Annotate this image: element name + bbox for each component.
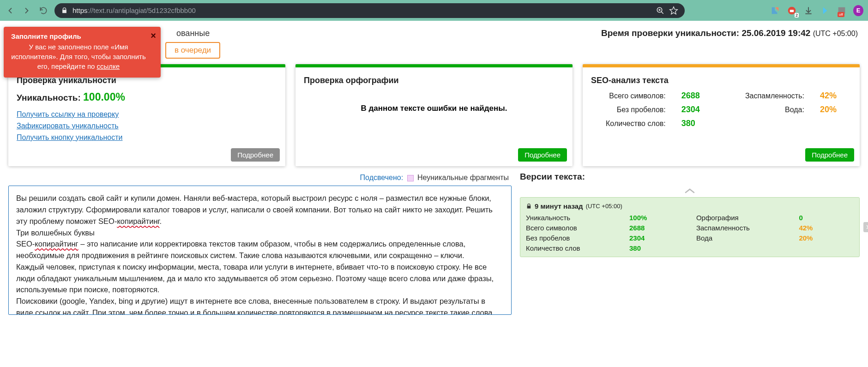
- version-item[interactable]: 9 минут назад (UTC +05:00) Уникальность1…: [520, 197, 860, 257]
- chevron-up-icon[interactable]: [520, 186, 860, 197]
- ver-value: 20%: [799, 234, 854, 242]
- legend: Подсвечено: Неуникальные фрагменты: [8, 172, 512, 186]
- versions-panel: Версии текста: 9 минут назад (UTC +05:00…: [520, 172, 860, 315]
- back-button[interactable]: [5, 5, 16, 16]
- stat-value: 380: [681, 119, 715, 128]
- ext-icon-2[interactable]: 2: [787, 6, 797, 16]
- reload-button[interactable]: [38, 5, 49, 16]
- link-get-check[interactable]: Получить ссылку на проверку: [17, 109, 277, 120]
- extensions-toolbar: 2 off E: [770, 6, 863, 16]
- url-text: https://text.ru/antiplagiat/5d1232cfbbb0…: [72, 6, 651, 14]
- no-errors-msg: В данном тексте ошибки не найдены.: [304, 104, 564, 113]
- stat-label: Вода:: [730, 106, 804, 114]
- browser-bar: https://text.ru/antiplagiat/5d1232cfbbb0…: [0, 0, 868, 21]
- legend-chip: [407, 175, 414, 181]
- svg-rect-5: [790, 10, 794, 12]
- ver-value: [799, 244, 854, 252]
- ver-label: Без пробелов: [526, 234, 621, 242]
- card-spelling: Проверка орфографии В данном тексте ошиб…: [295, 64, 573, 166]
- uniqueness-links: Получить ссылку на проверку Зафиксироват…: [17, 109, 277, 143]
- ver-label: Количество слов: [526, 244, 621, 252]
- queue-button[interactable]: в очереди: [165, 42, 220, 59]
- stat-value: 2304: [681, 105, 715, 114]
- notification-title: Заполните профиль: [11, 32, 146, 40]
- text-content[interactable]: Вы решили создать свой сайт и купили дом…: [8, 186, 512, 315]
- stat-value: 42%: [820, 91, 851, 101]
- more-button[interactable]: Подробнее: [518, 148, 567, 162]
- seo-stats: Всего символов:2688Заспамленность:42%Без…: [591, 91, 851, 128]
- close-icon[interactable]: ×: [151, 30, 156, 41]
- ext-icon-4[interactable]: off: [837, 6, 847, 16]
- lock-icon: [526, 203, 532, 209]
- more-button[interactable]: Подробнее: [805, 148, 854, 162]
- url-bar[interactable]: https://text.ru/antiplagiat/5d1232cfbbb0…: [54, 3, 685, 18]
- card-seo: SEO-анализ текста Всего символов:2688Зас…: [583, 64, 860, 166]
- ver-value: 2304: [629, 234, 688, 242]
- stat-value: 20%: [820, 105, 851, 114]
- ver-value: 380: [629, 244, 688, 252]
- ver-label: Вода: [696, 234, 790, 242]
- ver-value: 100%: [629, 214, 688, 222]
- lock-icon: [61, 7, 68, 14]
- lower-section: Подсвечено: Неуникальные фрагменты Вы ре…: [0, 166, 868, 315]
- card-uniqueness: Проверка уникальности Уникальность: 100.…: [8, 64, 285, 166]
- ver-value: 2688: [629, 224, 688, 232]
- uniqueness-value: Уникальность: 100.00%: [17, 91, 277, 103]
- notification-body: У вас не заполнено поле «Имя исполнителя…: [11, 42, 146, 71]
- ver-value: 0: [799, 214, 854, 222]
- link-get-button[interactable]: Получить кнопку уникальности: [17, 132, 277, 144]
- zoom-icon[interactable]: [656, 6, 664, 15]
- badge-count: 2: [795, 13, 799, 18]
- check-time: Время проверки уникальности: 25.06.2019 …: [601, 28, 858, 38]
- card-title: Проверка орфографии: [304, 76, 564, 85]
- off-badge: off: [838, 12, 844, 17]
- stat-label: Заспамленность:: [730, 92, 804, 100]
- card-title: SEO-анализ текста: [591, 76, 851, 85]
- ver-label: Уникальность: [526, 214, 621, 222]
- versions-title: Версии текста:: [520, 172, 860, 182]
- ver-value: 42%: [799, 224, 854, 232]
- ver-label: [696, 244, 790, 252]
- svg-line-1: [661, 12, 663, 14]
- download-icon[interactable]: [803, 6, 814, 16]
- ext-icon-1[interactable]: [770, 6, 780, 16]
- ver-label: Орфография: [696, 214, 790, 222]
- profile-notification: × Заполните профиль У вас не заполнено п…: [4, 27, 161, 78]
- more-button[interactable]: Подробнее: [231, 148, 280, 162]
- user-avatar[interactable]: E: [853, 6, 863, 16]
- stat-label: Всего символов:: [591, 92, 666, 100]
- stat-label: Без пробелов:: [591, 106, 666, 114]
- stat-label: Количество слов:: [591, 120, 666, 128]
- star-icon[interactable]: [669, 6, 678, 15]
- header-left-text: ованные: [176, 29, 210, 38]
- close-icon[interactable]: ✕: [863, 222, 868, 232]
- notification-link[interactable]: ссылке: [97, 62, 120, 70]
- forward-button[interactable]: [21, 5, 32, 16]
- stat-value: 2688: [681, 91, 715, 101]
- ver-label: Всего символов: [526, 224, 621, 232]
- ext-icon-3[interactable]: [820, 6, 830, 16]
- ver-label: Заспамленность: [696, 224, 790, 232]
- text-panel: Подсвечено: Неуникальные фрагменты Вы ре…: [8, 172, 512, 315]
- link-fix-uniq[interactable]: Зафиксировать уникальность: [17, 120, 277, 132]
